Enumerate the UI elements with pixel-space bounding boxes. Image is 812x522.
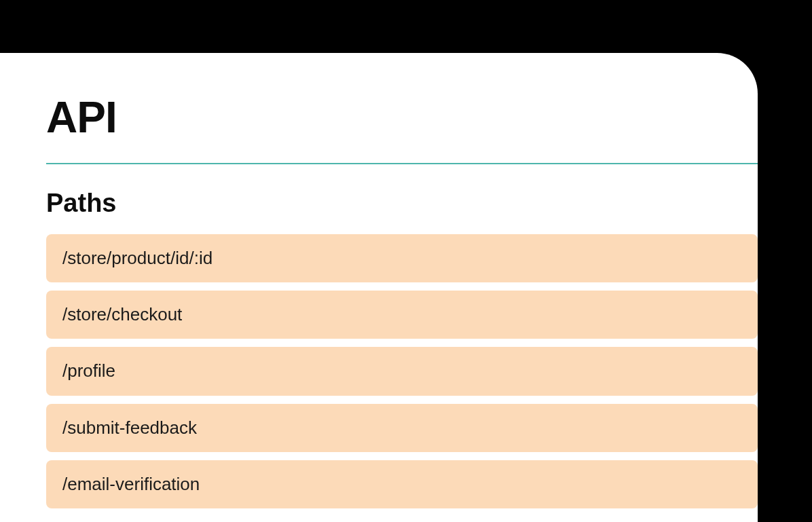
path-list: /store/product/id/:id /store/checkout /p… <box>46 234 758 508</box>
path-item[interactable]: /store/checkout <box>46 291 758 339</box>
path-item[interactable]: /email-verification <box>46 460 758 508</box>
section-title: Paths <box>46 189 758 218</box>
path-item[interactable]: /store/product/id/:id <box>46 234 758 282</box>
path-item[interactable]: /submit-feedback <box>46 404 758 452</box>
api-card: API Paths /store/product/id/:id /store/c… <box>0 53 758 522</box>
divider <box>46 163 758 164</box>
path-item[interactable]: /profile <box>46 347 758 395</box>
page-title: API <box>46 92 758 143</box>
